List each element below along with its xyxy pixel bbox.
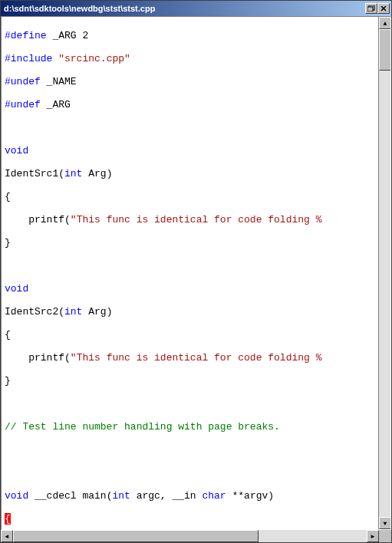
horizontal-scrollbar[interactable]: ◄ ►: [1, 530, 379, 542]
code-editor[interactable]: #define _ARG 2 #include "srcinc.cpp" #un…: [2, 17, 378, 529]
code-line: void: [5, 283, 375, 295]
triangle-down-icon: ▼: [384, 520, 387, 527]
triangle-left-icon: ◄: [5, 533, 9, 540]
code-line: #include "srcinc.cpp": [5, 53, 375, 64]
code-line: #undef _ARG: [5, 99, 375, 110]
scroll-right-button[interactable]: ►: [367, 530, 379, 542]
scroll-left-button[interactable]: ◄: [1, 530, 13, 542]
content-area: #define _ARG 2 #include "srcinc.cpp" #un…: [1, 16, 391, 530]
vscroll-track[interactable]: [379, 29, 390, 517]
code-line: printf("This func is identical for code …: [5, 214, 375, 225]
code-line: [5, 398, 375, 410]
vertical-scrollbar[interactable]: ▲ ▼: [378, 17, 390, 529]
title-buttons: [365, 3, 390, 14]
code-line: [5, 467, 375, 479]
code-line: [5, 122, 375, 133]
scroll-down-button[interactable]: ▼: [379, 517, 391, 529]
code-line: }: [5, 375, 375, 387]
titlebar[interactable]: d:\sdnt\sdktools\newdbg\stst\stst.cpp: [1, 1, 391, 16]
code-line: void __cdecl main(int argc, __in char **…: [5, 490, 375, 502]
hscroll-track[interactable]: [13, 530, 367, 542]
restore-button[interactable]: [365, 3, 377, 14]
hscroll-thumb[interactable]: [13, 530, 259, 542]
hscroll-row: ◄ ►: [1, 530, 391, 542]
code-line: {: [5, 191, 375, 202]
editor-window: d:\sdnt\sdktools\newdbg\stst\stst.cpp #d…: [0, 0, 392, 543]
code-line: #define _ARG 2: [5, 30, 375, 41]
close-button[interactable]: [377, 3, 390, 14]
code-line: }: [5, 237, 375, 248]
scroll-up-button[interactable]: ▲: [379, 17, 391, 29]
triangle-up-icon: ▲: [384, 20, 387, 27]
code-line: {: [5, 329, 375, 341]
triangle-right-icon: ►: [371, 533, 375, 540]
scrollbar-corner: [379, 530, 391, 542]
code-line: #undef _NAME: [5, 76, 375, 87]
window-title: d:\sdnt\sdktools\newdbg\stst\stst.cpp: [2, 4, 155, 13]
code-line-current: {: [5, 513, 375, 525]
code-line: [5, 260, 375, 272]
code-line: [5, 444, 375, 456]
code-line: IdentSrc2(int Arg): [5, 306, 375, 318]
code-line: void: [5, 145, 375, 156]
code-line: IdentSrc1(int Arg): [5, 168, 375, 179]
svg-rect-1: [367, 7, 373, 12]
code-line: // Test line number handling with page b…: [5, 421, 375, 433]
code-line: printf("This func is identical for code …: [5, 352, 375, 364]
vscroll-thumb[interactable]: [379, 29, 391, 71]
